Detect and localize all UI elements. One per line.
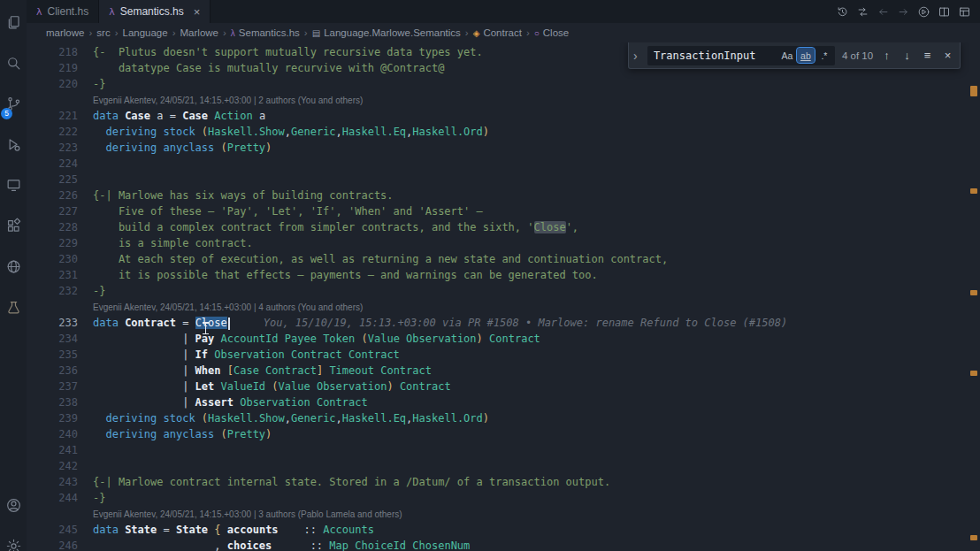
editor-actions — [833, 0, 980, 23]
layout-icon — [958, 5, 971, 19]
blame-annotation-row: Evgenii Akentev, 24/05/21, 14:15.+03:00 … — [27, 299, 968, 315]
breadcrumb-item-close[interactable]: ○Close — [534, 27, 569, 38]
editor-group: λClient.hsλSemantics.hs× marlowe›src›Lan… — [27, 0, 980, 551]
code-text: deriving stock (Haskell.Show,Generic,Has… — [93, 124, 489, 140]
breadcrumb: marlowe›src›Language›Marlowe›λSemantics.… — [27, 23, 980, 42]
breadcrumb-label: Marlowe — [180, 27, 218, 38]
breadcrumb-label: src — [96, 27, 110, 38]
code-text: deriving anyclass (Pretty) — [93, 140, 272, 156]
breadcrumb-item-contract[interactable]: ◈Contract — [473, 27, 522, 38]
breadcrumb-label: Language.Marlowe.Semantics — [324, 27, 461, 38]
open-changes-icon[interactable] — [854, 3, 871, 20]
code-line: 226{-| Marlowe has six ways of building … — [27, 187, 968, 203]
line-number: 243 — [27, 474, 78, 490]
history-icon[interactable] — [833, 3, 851, 20]
line-number: 218 — [27, 44, 78, 60]
run-icon[interactable] — [915, 3, 932, 20]
breadcrumb-item-marlowe[interactable]: marlowe — [46, 27, 84, 38]
haskell-file-icon: λ — [109, 6, 115, 18]
code-line: 240 deriving anyclass (Pretty) — [27, 426, 968, 442]
selected-text: Close — [195, 317, 227, 329]
text-cursor — [228, 318, 230, 330]
whole-word-button[interactable]: ab — [797, 48, 815, 63]
breadcrumb-item-src[interactable]: src — [96, 27, 110, 38]
code-text: is a simple contract. — [93, 235, 253, 251]
find-in-selection-button[interactable]: ≡ — [921, 47, 934, 65]
code-line: 233data Contract = CloseYou, 15/10/19, 1… — [27, 315, 968, 331]
code-editor[interactable]: 218{- Plutus doesn't support mutually re… — [27, 42, 980, 551]
activity-bar-explorer[interactable] — [0, 2, 27, 42]
code-line: 239 deriving stock (Haskell.Show,Generic… — [27, 410, 968, 426]
line-number: 223 — [27, 140, 78, 156]
code-line: 223 deriving anyclass (Pretty) — [27, 140, 968, 156]
activity-bar-testing[interactable] — [0, 287, 27, 327]
line-number — [27, 299, 78, 315]
layout-icon[interactable] — [955, 3, 973, 20]
previous-match-button[interactable]: ↑ — [880, 47, 893, 65]
code-line: 238 | Assert Observation Contract — [27, 394, 968, 410]
activity-bar-remote-explorer[interactable] — [0, 165, 27, 205]
code-line: 222 deriving stock (Haskell.Show,Generic… — [27, 124, 968, 140]
go-forward-icon[interactable] — [894, 3, 912, 20]
go-back-icon[interactable] — [874, 3, 892, 20]
code-text: {- Plutus doesn't support mutually recur… — [93, 44, 483, 60]
code-line: 235 | If Observation Contract Contract — [27, 347, 968, 363]
overview-ruler[interactable] — [968, 42, 980, 551]
activity-bar-live-share[interactable] — [0, 246, 27, 287]
go-forward-icon — [897, 5, 910, 19]
line-number: 241 — [27, 442, 78, 458]
search-icon — [5, 55, 22, 72]
next-match-button[interactable]: ↓ — [900, 47, 914, 65]
code-text: | Pay AccountId Payee Token (Value Obser… — [93, 331, 540, 347]
code-text: , choices :: Map ChoiceId ChosenNum — [93, 538, 470, 551]
activity-bar-extensions[interactable] — [0, 205, 27, 246]
code-text: | When [Case Contract] Timeout Contract — [93, 363, 432, 379]
line-number: 222 — [27, 124, 78, 140]
line-number: 245 — [27, 522, 78, 538]
regex-button[interactable]: .* — [815, 48, 833, 63]
account-icon — [5, 497, 22, 514]
activity-bar-source-control[interactable]: 5 — [0, 83, 27, 124]
breadcrumb-item-language[interactable]: Language — [123, 27, 168, 38]
breadcrumb-item-language-marlowe-semantics[interactable]: ▤Language.Marlowe.Semantics — [312, 27, 461, 38]
match-case-button[interactable]: Aa — [778, 48, 796, 63]
debug-icon — [5, 136, 22, 153]
go-back-icon — [877, 5, 890, 19]
activity-bar-search[interactable] — [0, 42, 27, 83]
code-text: -} — [93, 76, 105, 92]
breadcrumb-item-semantics-hs[interactable]: λSemantics.hs — [231, 27, 300, 38]
breadcrumb-separator: › — [172, 27, 176, 38]
source-control-badge: 5 — [1, 108, 12, 119]
breadcrumb-label: Semantics.hs — [239, 27, 300, 38]
line-number: 239 — [27, 410, 78, 426]
find-input[interactable]: TransactionInput Aa ab .* — [647, 46, 835, 65]
activity-bar-accounts[interactable] — [0, 485, 27, 525]
line-number: 224 — [27, 156, 78, 172]
tab-semantics-hs[interactable]: λSemantics.hs× — [99, 0, 211, 23]
close-tab-icon[interactable]: × — [194, 5, 201, 19]
code-text: Five of these – 'Pay', 'Let', 'If', 'Whe… — [93, 203, 483, 219]
line-number: 219 — [27, 60, 78, 76]
code-text: data Case a = Case Action a — [93, 108, 265, 124]
line-number: 226 — [27, 187, 78, 203]
line-number: 232 — [27, 283, 78, 299]
breadcrumb-separator: › — [304, 27, 308, 38]
code-text: At each step of execution, as well as re… — [93, 251, 668, 267]
breadcrumb-label: Contract — [483, 27, 521, 38]
symbol-constructor-icon: ○ — [534, 28, 540, 38]
line-number: 220 — [27, 76, 78, 92]
activity-bar-settings[interactable] — [0, 525, 27, 551]
code-text: | Assert Observation Contract — [93, 394, 368, 410]
tab-client-hs[interactable]: λClient.hs — [27, 0, 99, 23]
activity-bar-run-debug[interactable] — [0, 124, 27, 165]
close-find-button[interactable]: × — [941, 47, 954, 65]
code-text: -} — [93, 490, 105, 506]
code-line: 220-} — [27, 76, 968, 92]
search-match-marker — [970, 535, 977, 540]
code-text: data State = State { accounts :: Account… — [93, 522, 374, 538]
toggle-replace-icon[interactable]: › — [633, 49, 640, 63]
breadcrumb-separator: › — [115, 27, 119, 38]
split-editor-icon[interactable] — [935, 3, 953, 20]
find-query-text: TransactionInput — [654, 50, 777, 62]
breadcrumb-item-marlowe[interactable]: Marlowe — [180, 27, 218, 38]
